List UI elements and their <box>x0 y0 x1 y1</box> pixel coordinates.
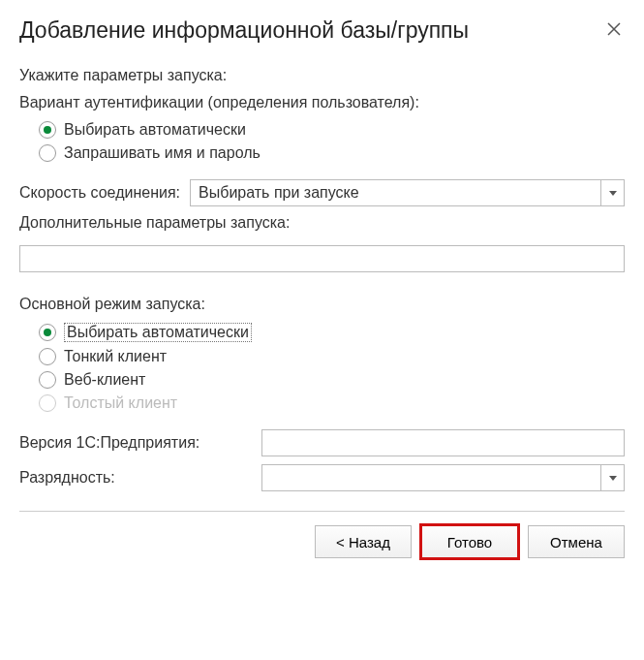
connection-speed-label: Скорость соединения: <box>19 184 180 202</box>
version-input[interactable] <box>261 429 625 456</box>
radio-icon <box>39 121 56 139</box>
connection-speed-dropdown[interactable]: Выбирать при запуске <box>190 179 625 206</box>
launch-mode-option-thick-label: Толстый клиент <box>64 394 177 412</box>
auth-option-manual-label: Запрашивать имя и пароль <box>64 144 261 162</box>
chevron-down-icon[interactable] <box>600 180 624 205</box>
radio-icon <box>39 324 56 341</box>
launch-mode-option-web[interactable]: Веб-клиент <box>39 371 625 389</box>
launch-mode-option-web-label: Веб-клиент <box>64 371 145 389</box>
auth-option-manual[interactable]: Запрашивать имя и пароль <box>39 144 625 162</box>
launch-mode-option-thick: Толстый клиент <box>39 394 625 412</box>
auth-option-auto-label: Выбирать автоматически <box>64 121 246 139</box>
launch-mode-radio-group: Выбирать автоматически Тонкий клиент Веб… <box>39 323 625 412</box>
auth-option-auto[interactable]: Выбирать автоматически <box>39 121 625 139</box>
launch-mode-option-auto-label: Выбирать автоматически <box>64 323 252 342</box>
back-button[interactable]: < Назад <box>315 525 412 558</box>
radio-icon <box>39 371 56 389</box>
radio-icon <box>39 348 56 365</box>
extra-params-label: Дополнительные параметры запуска: <box>19 214 625 232</box>
bitness-label: Разрядность: <box>19 469 252 487</box>
radio-icon <box>39 144 56 162</box>
finish-button[interactable]: Готово <box>421 525 518 558</box>
launch-mode-option-thin-label: Тонкий клиент <box>64 348 167 365</box>
cancel-button[interactable]: Отмена <box>528 525 625 558</box>
radio-icon <box>39 394 56 412</box>
launch-mode-label: Основной режим запуска: <box>19 296 625 313</box>
dialog-title: Добавление информационной базы/группы <box>19 17 469 44</box>
close-icon[interactable] <box>603 17 625 41</box>
connection-speed-value: Выбирать при запуске <box>191 180 600 205</box>
bitness-value <box>262 465 600 490</box>
extra-params-input[interactable] <box>19 245 625 272</box>
launch-mode-option-thin[interactable]: Тонкий клиент <box>39 348 625 365</box>
bitness-dropdown[interactable] <box>261 464 625 491</box>
version-label: Версия 1С:Предприятия: <box>19 434 252 452</box>
auth-radio-group: Выбирать автоматически Запрашивать имя и… <box>39 121 625 162</box>
launch-mode-option-auto[interactable]: Выбирать автоматически <box>39 323 625 342</box>
separator <box>19 511 625 512</box>
prompt-label: Укажите параметры запуска: <box>19 67 625 84</box>
chevron-down-icon[interactable] <box>600 465 624 490</box>
auth-label: Вариант аутентификации (определения поль… <box>19 94 625 111</box>
